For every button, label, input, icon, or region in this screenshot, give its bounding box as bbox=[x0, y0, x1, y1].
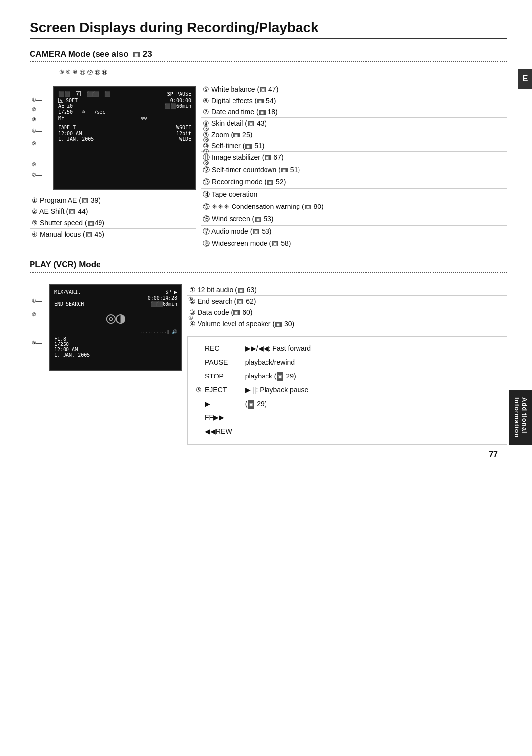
camera-right-list: ⑤ White balance (▣ 47) ⑥ Digital effects… bbox=[201, 84, 507, 250]
camera-right-panel: ⑤ White balance (▣ 47) ⑥ Digital effects… bbox=[201, 69, 507, 250]
camera-left-panel: ⑧ ⑨ ⑩ ⑪ ⑫ ⑬ ⑭ ①— ②— ③— ④— ⑤— bbox=[30, 69, 196, 240]
play-left-panel: ①— ②— ③— MIX/VARI. SP ▶ bbox=[30, 279, 182, 371]
page-title: Screen Displays during Recording/Playbac… bbox=[30, 20, 507, 39]
camera-left-list: ① Program AE (▣ 39) ② AE Shift (▣ 44) ③ … bbox=[30, 195, 196, 240]
list-item: ⑯ Wind screen (▣ 53) bbox=[201, 213, 507, 226]
play-viewfinder-wrapper: ①— ②— ③— MIX/VARI. SP ▶ bbox=[49, 284, 182, 371]
list-item: ⑤ White balance (▣ 47) bbox=[201, 84, 507, 95]
list-item: ⑧ Skin detail (▣ 43) bbox=[201, 118, 507, 129]
play-section-header: PLAY (VCR) Mode bbox=[30, 260, 507, 270]
list-item: ① Program AE (▣ 39) bbox=[30, 195, 196, 206]
play-icon: ◎◑ bbox=[54, 309, 177, 327]
play-divider bbox=[30, 272, 507, 273]
list-item: ⑫ Self-timer countdown (▣ 51) bbox=[201, 164, 507, 176]
left-annotations: ①— ②— ③— ④— ⑤— ⑥— ⑦— bbox=[32, 95, 42, 180]
play-left-annots: ①— ②— ③— bbox=[32, 294, 42, 350]
play-codes-right: ▶▶/◀◀: Fast forward playback/rewind play… bbox=[237, 342, 311, 439]
list-item: ② End search (▣ 62) bbox=[187, 296, 507, 307]
additional-info-tab: Additional Information bbox=[509, 390, 532, 445]
list-item: ⑬ Recording mode (▣ 52) bbox=[201, 176, 507, 189]
play-right-list: ① 12 bit audio (▣ 63) ② End search (▣ 62… bbox=[187, 284, 507, 329]
play-right-annots: ⑤ ④ bbox=[188, 289, 193, 327]
camera-section-header: CAMERA Mode (see also ▣ 23 bbox=[30, 49, 507, 59]
list-item: ② AE Shift (▣ 44) bbox=[30, 206, 196, 217]
list-item: ④ Manual focus (▣ 45) bbox=[30, 229, 196, 240]
list-item: ⑦ Date and time (▣ 18) bbox=[201, 106, 507, 118]
list-item: ⑥ Digital effects (▣ 54) bbox=[201, 95, 507, 106]
list-item: ⑰ Audio mode (▣ 53) bbox=[201, 226, 507, 238]
e-tab: E bbox=[518, 69, 532, 89]
camera-viewfinder: ⬛⬛ 🄰 ⬛⬛ ⬛ SP PAUSE 🄰 SOFT 0:00:00 AE ±0 … bbox=[53, 86, 196, 190]
list-item: ⑩ Self-timer (▣ 51) bbox=[201, 140, 507, 152]
camera-viewfinder-wrapper: ①— ②— ③— ④— ⑤— ⑥— ⑦— ⬛⬛ 🄰 ⬛⬛ ⬛ SP P bbox=[53, 86, 196, 190]
top-numbers: ⑧ ⑨ ⑩ ⑪ ⑫ ⑬ ⑭ bbox=[59, 69, 196, 76]
list-item: ⑮ ✳✳✳ Condensation warning (▣ 80) bbox=[201, 201, 507, 213]
page-number: 77 bbox=[489, 450, 498, 459]
list-item: ⑨ Zoom (▣ 25) bbox=[201, 129, 507, 140]
list-item: ① 12 bit audio (▣ 63) bbox=[187, 284, 507, 296]
list-item: ④ Volume level of speaker (▣ 30) bbox=[187, 318, 507, 330]
list-item: ⑪ Image stabilizer (▣ 67) bbox=[201, 152, 507, 164]
play-controls-box: ⑤ REC PAUSE STOP EJECT ▶ FF▶▶ ◀◀REW bbox=[187, 336, 507, 445]
play-viewfinder: MIX/VARI. SP ▶ 0:00:24:28 END SEARCH ⬛⬛6… bbox=[49, 284, 182, 371]
camera-layout: ⑧ ⑨ ⑩ ⑪ ⑫ ⑬ ⑭ ①— ②— ③— ④— ⑤— bbox=[30, 69, 507, 250]
play-controls-label: ⑤ REC PAUSE STOP EJECT ▶ FF▶▶ ◀◀REW bbox=[196, 342, 232, 439]
play-right-panel: ① 12 bit audio (▣ 63) ② End search (▣ 62… bbox=[187, 279, 507, 445]
list-item: ⑱ Widescreen mode (▣ 58) bbox=[201, 238, 507, 250]
right-annotations: ⑮ ⑯ ⑰ ⑱ bbox=[203, 123, 209, 169]
camera-section: CAMERA Mode (see also ▣ 23 ⑧ ⑨ ⑩ ⑪ ⑫ ⑬ ⑭ bbox=[30, 49, 507, 250]
play-layout: ①— ②— ③— MIX/VARI. SP ▶ bbox=[30, 279, 507, 445]
list-item: ⑭ Tape operation bbox=[201, 189, 507, 201]
play-section: PLAY (VCR) Mode ①— ②— ③— bbox=[30, 260, 507, 445]
list-item: ③ Data code (▣ 60) bbox=[187, 307, 507, 318]
list-item: ③ Shutter speed (▣49) bbox=[30, 217, 196, 229]
play-codes-left: REC PAUSE STOP EJECT ▶ FF▶▶ ◀◀REW bbox=[205, 342, 232, 438]
camera-divider bbox=[30, 61, 507, 62]
